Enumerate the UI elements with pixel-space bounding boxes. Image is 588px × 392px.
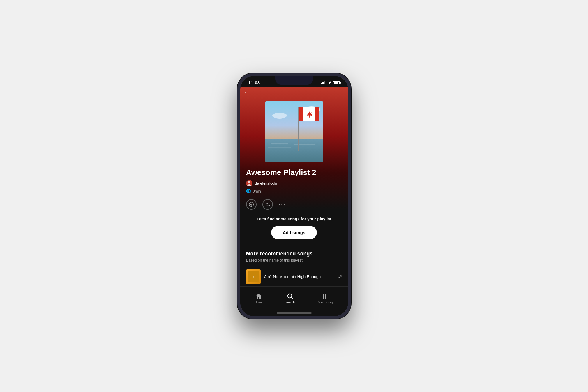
more-options-button[interactable]: ··· <box>279 201 286 208</box>
svg-point-30 <box>288 294 292 298</box>
nav-library-label: Your Library <box>318 301 333 304</box>
phone-device: 11:08 ‹ <box>237 73 351 319</box>
duration-text: 0min <box>253 189 261 193</box>
owner-name: derekmalcolm <box>255 181 278 186</box>
globe-icon: 🌐 <box>246 189 251 193</box>
scroll-content[interactable]: ‹ <box>240 87 348 286</box>
action-row: ··· <box>240 199 348 217</box>
phone-screen: 11:08 ‹ <box>240 76 348 316</box>
svg-point-0 <box>329 84 329 84</box>
bottom-navigation: Home Search Your Library <box>240 286 348 310</box>
library-icon <box>322 293 329 300</box>
wifi-icon <box>327 81 331 84</box>
svg-rect-12 <box>315 107 319 121</box>
nav-home-label: Home <box>255 301 262 304</box>
nav-library[interactable]: Your Library <box>312 290 339 306</box>
back-button[interactable]: ‹ <box>240 87 252 98</box>
song-actions-1: ⤢ <box>338 273 342 280</box>
song-item[interactable]: ♪ Ain't No Mountain High Enough ⤢ <box>246 267 342 286</box>
search-icon <box>287 293 294 300</box>
add-songs-button[interactable]: Add songs <box>271 226 317 239</box>
svg-rect-5 <box>265 139 323 162</box>
album-art <box>265 101 323 162</box>
song-details-1: Ain't No Mountain High Enough <box>264 274 334 279</box>
svg-text:♪: ♪ <box>252 274 255 280</box>
owner-avatar <box>246 180 252 186</box>
playlist-meta: 🌐 0min <box>246 189 342 193</box>
svg-point-16 <box>248 181 250 183</box>
status-icons <box>321 81 340 84</box>
expand-icon-1[interactable]: ⤢ <box>338 273 342 280</box>
svg-point-4 <box>272 113 287 119</box>
svg-line-31 <box>292 298 293 299</box>
nav-search[interactable]: Search <box>280 290 301 306</box>
svg-rect-11 <box>299 107 303 121</box>
playlist-owner[interactable]: derekmalcolm <box>246 180 342 186</box>
nav-home[interactable]: Home <box>249 290 268 306</box>
album-art-wrapper <box>240 98 348 168</box>
home-bar <box>277 312 312 314</box>
status-time: 11:08 <box>248 80 260 85</box>
svg-point-20 <box>266 203 268 204</box>
svg-rect-32 <box>323 294 324 299</box>
home-icon <box>255 293 262 300</box>
recommendations-subtitle: Based on the name of this playlist <box>246 258 342 262</box>
svg-rect-33 <box>325 294 326 299</box>
battery-icon <box>333 81 340 84</box>
home-indicator <box>240 310 348 316</box>
signal-icon <box>321 81 325 84</box>
nav-search-label: Search <box>285 301 295 304</box>
song-title-1: Ain't No Mountain High Enough <box>264 274 334 279</box>
playlist-title: Awesome Playlist 2 <box>246 168 342 177</box>
recommendations-title: More recommended songs <box>246 251 342 257</box>
add-user-button[interactable] <box>262 199 273 210</box>
recommendations-section: More recommended songs Based on the name… <box>240 245 348 286</box>
empty-playlist-text: Let's find some songs for your playlist <box>246 217 342 221</box>
playlist-info: Awesome Playlist 2 derekmalcolm 🌐 <box>240 168 348 193</box>
download-button[interactable] <box>246 199 257 210</box>
notch <box>275 76 313 85</box>
song-thumbnail-1: ♪ <box>246 269 261 284</box>
empty-playlist-state: Let's find some songs for your playlist … <box>240 217 348 245</box>
